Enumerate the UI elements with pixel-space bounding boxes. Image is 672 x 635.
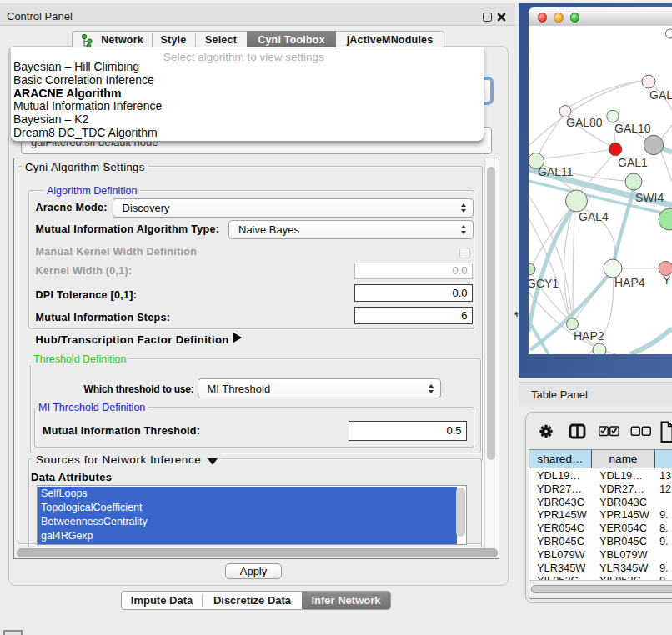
svg-text:HAP4: HAP4: [614, 276, 645, 289]
svg-text:GCY1: GCY1: [529, 277, 559, 290]
svg-text:GAL4: GAL4: [579, 210, 609, 223]
svg-text:SWI4: SWI4: [635, 191, 664, 204]
svg-text:GAL: GAL: [649, 88, 672, 102]
svg-text:Y: Y: [663, 273, 671, 287]
svg-text:GAL1: GAL1: [618, 156, 648, 169]
svg-text:GAL80: GAL80: [566, 116, 603, 129]
svg-text:GAL11: GAL11: [538, 165, 574, 178]
svg-text:GAL10: GAL10: [614, 122, 651, 135]
svg-text:HAP2: HAP2: [574, 329, 604, 342]
